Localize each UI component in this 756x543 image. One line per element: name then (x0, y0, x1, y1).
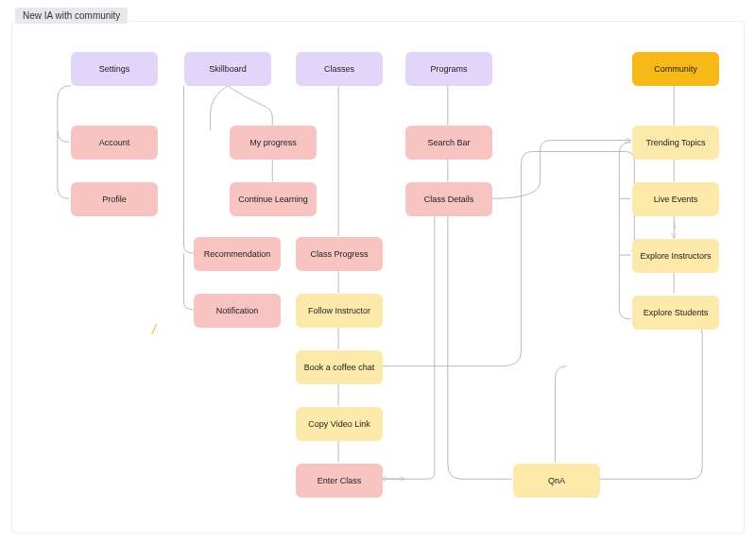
node-account[interactable]: Account (71, 126, 158, 160)
node-label: Community (654, 64, 697, 74)
node-label: Live Events (654, 195, 698, 204)
node-label: Explore Instructors (640, 251, 711, 261)
node-recommendation[interactable]: Recommendation (194, 237, 281, 271)
node-label: My progress (249, 138, 297, 147)
node-my-progress[interactable]: My progress (230, 126, 317, 160)
node-label: Programs (430, 64, 467, 74)
node-skillboard[interactable]: Skillboard (184, 52, 271, 86)
node-label: Account (99, 138, 130, 147)
node-trending[interactable]: Trending Topics (632, 126, 719, 160)
node-class-details[interactable]: Class Details (405, 182, 492, 216)
node-label: Class Details (424, 195, 474, 204)
node-class-progress[interactable]: Class Progress (296, 237, 383, 271)
slash-icon: / (152, 322, 156, 337)
node-label: Notification (216, 306, 259, 315)
connector-layer (12, 22, 744, 533)
node-label: Copy Video Link (308, 419, 369, 429)
node-search-bar[interactable]: Search Bar (405, 126, 492, 160)
node-label: Follow Instructor (308, 306, 370, 315)
node-label: Book a coffee chat (304, 363, 374, 372)
node-label: Enter Class (318, 476, 362, 485)
node-label: QnA (548, 476, 565, 485)
node-label: Settings (99, 64, 130, 74)
node-settings[interactable]: Settings (71, 52, 158, 86)
node-label: Classes (324, 64, 354, 74)
node-copy-video[interactable]: Copy Video Link (296, 407, 383, 441)
node-programs[interactable]: Programs (405, 52, 492, 86)
node-enter-class[interactable]: Enter Class (296, 464, 383, 498)
node-follow-instructor[interactable]: Follow Instructor (296, 294, 383, 328)
arrow-down-icon: ↓ (672, 218, 678, 231)
node-book-coffee[interactable]: Book a coffee chat (296, 350, 383, 384)
node-label: Skillboard (209, 64, 247, 74)
node-label: Class Progress (310, 249, 368, 259)
node-profile[interactable]: Profile (71, 182, 158, 216)
node-classes[interactable]: Classes (296, 52, 383, 86)
node-explore-instr[interactable]: Explore Instructors (632, 239, 719, 273)
node-label: Search Bar (427, 138, 470, 147)
node-label: Trending Topics (645, 138, 705, 147)
node-label: Recommendation (204, 249, 271, 259)
node-label: Explore Students (644, 308, 709, 317)
node-label: Profile (102, 195, 127, 204)
node-live-events[interactable]: Live Events (632, 182, 719, 216)
node-qna[interactable]: QnA (513, 464, 600, 498)
node-continue-learning[interactable]: Continue Learning (230, 182, 317, 216)
diagram-canvas[interactable]: Settings Skillboard Classes Programs Com… (11, 21, 745, 534)
node-label: Continue Learning (238, 195, 308, 204)
node-explore-stud[interactable]: Explore Students (632, 296, 719, 330)
node-notification[interactable]: Notification (194, 294, 281, 328)
node-community[interactable]: Community (632, 52, 719, 86)
